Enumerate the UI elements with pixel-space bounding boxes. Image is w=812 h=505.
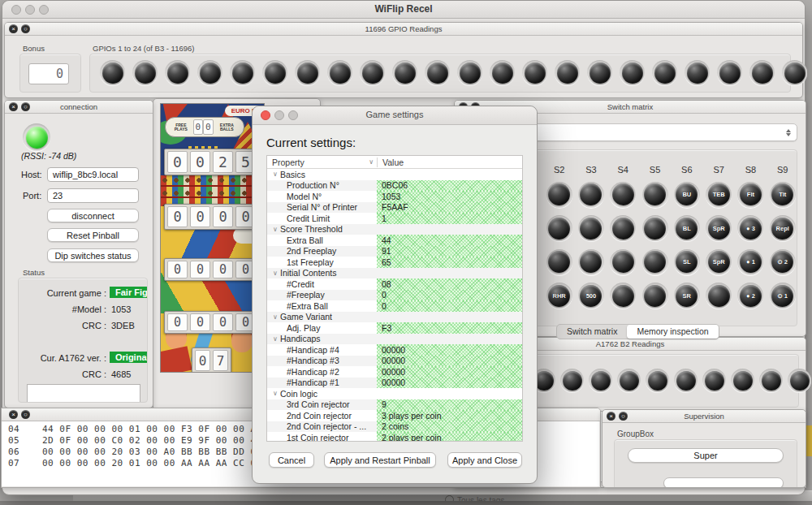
value-cell[interactable]: 00000 <box>377 344 522 356</box>
settings-item-row[interactable]: #Freeplay0 <box>267 290 522 301</box>
disconnect-button[interactable]: disconnect <box>47 209 139 222</box>
value-cell[interactable]: 65 <box>377 257 522 268</box>
switch-button[interactable]: RHR <box>548 285 570 307</box>
main-titlebar[interactable]: WiFlip Recel <box>2 1 805 19</box>
super-button[interactable]: Super <box>628 448 784 463</box>
settings-item-row[interactable]: 1st Freeplay65 <box>267 257 522 268</box>
value-cell[interactable]: 1053 <box>377 191 522 202</box>
settings-item-row[interactable]: Credit Limit1 <box>267 213 522 224</box>
value-cell[interactable]: 0 <box>377 300 522 312</box>
switch-button[interactable] <box>612 285 634 307</box>
settings-group-row[interactable]: ∨Handicaps <box>267 334 522 345</box>
switch-button[interactable]: SpR <box>708 218 730 240</box>
value-cell[interactable]: 3 plays per coin <box>377 410 522 421</box>
settings-item-row[interactable]: Production N°0BC06 <box>267 180 522 192</box>
tab-switch-matrix[interactable]: Switch matrix <box>557 325 627 339</box>
value-cell[interactable]: 91 <box>377 246 522 257</box>
switch-button[interactable] <box>708 285 730 307</box>
group-collapse-chevron-icon[interactable]: ∨ <box>270 313 280 321</box>
value-cell[interactable]: 00000 <box>377 378 522 389</box>
switch-button[interactable]: ⊙ 1 <box>771 285 793 307</box>
settings-item-row[interactable]: #Handicap #300000 <box>267 356 522 367</box>
apply-close-button[interactable]: Apply and Close <box>447 452 522 468</box>
settings-group-row[interactable]: ∨Initial Contents <box>267 268 522 279</box>
settings-item-row[interactable]: 1st Coin rejector2 plays per coin <box>267 432 522 442</box>
value-cell[interactable]: F3 <box>377 322 522 334</box>
value-cell[interactable]: 2 plays per coin <box>377 432 522 442</box>
group-collapse-chevron-icon[interactable]: ∨ <box>270 390 280 397</box>
switch-button[interactable] <box>580 251 602 273</box>
group-collapse-chevron-icon[interactable]: ∨ <box>270 270 280 277</box>
settings-group-row[interactable]: ∨Game Variant <box>267 312 522 323</box>
switch-button[interactable]: ● 2 <box>740 285 762 307</box>
group-collapse-chevron-icon[interactable]: ∨ <box>270 170 280 178</box>
value-cell[interactable]: 08 <box>377 278 522 290</box>
settings-item-row[interactable]: #Credit08 <box>267 278 522 290</box>
value-cell[interactable]: 0 <box>377 290 522 301</box>
settings-group-row[interactable]: ∨Score Threshold <box>267 224 522 235</box>
status-textbox[interactable] <box>27 384 140 403</box>
switch-button[interactable]: Repl <box>771 218 793 240</box>
supervision-titlebar[interactable]: × ○ Supervision <box>603 410 806 423</box>
settings-item-row[interactable]: 2nd Freeplay91 <box>267 246 522 257</box>
switch-button[interactable]: 500 <box>580 285 602 307</box>
settings-item-row[interactable]: #Handicap #400000 <box>267 344 522 356</box>
settings-item-row[interactable]: Extra Ball44 <box>267 235 522 246</box>
settings-item-row[interactable]: Model N°1053 <box>267 191 522 202</box>
settings-item-row[interactable]: #Extra Ball0 <box>267 300 522 312</box>
tab-memory-inspection[interactable]: Memory inspection <box>627 325 718 339</box>
switch-button[interactable] <box>548 183 570 205</box>
settings-group-row[interactable]: ∨Basics <box>267 169 522 180</box>
settings-item-row[interactable]: Serial N° of PrinterF5AAF <box>267 202 522 214</box>
switch-button[interactable]: SpR <box>708 251 730 273</box>
switch-button[interactable] <box>644 251 666 273</box>
switch-button[interactable] <box>612 218 634 240</box>
switch-button[interactable] <box>580 183 602 205</box>
value-cell[interactable]: 2 coins <box>377 421 522 433</box>
switch-button[interactable] <box>548 218 570 240</box>
settings-item-row[interactable]: 2nd Coin rejector - ...2 coins <box>267 421 522 433</box>
switch-button[interactable]: ● 3 <box>740 218 762 240</box>
switch-button[interactable]: TEB <box>708 183 730 205</box>
switch-button[interactable] <box>612 251 634 273</box>
switch-button[interactable] <box>644 285 666 307</box>
dialog-titlebar[interactable]: Game settings <box>253 106 537 125</box>
settings-item-row[interactable]: Adj. PlayF3 <box>267 322 522 334</box>
switch-button[interactable] <box>644 218 666 240</box>
group-collapse-chevron-icon[interactable]: ∨ <box>270 226 280 233</box>
settings-item-row[interactable]: 3rd Coin rejector9 <box>267 399 522 411</box>
switch-button[interactable]: Tlt <box>771 183 793 205</box>
switch-button[interactable] <box>580 218 602 240</box>
settings-item-row[interactable]: #Handicap #100000 <box>267 378 522 389</box>
switch-button[interactable]: ● 1 <box>740 251 762 273</box>
settings-item-row[interactable]: #Handicap #200000 <box>267 366 522 378</box>
close-icon[interactable]: × <box>9 410 18 419</box>
value-column-header[interactable]: Value <box>378 158 522 167</box>
value-cell[interactable]: 00000 <box>377 366 522 378</box>
gpio-titlebar[interactable]: × ○ 11696 GPIO Readings <box>5 23 802 36</box>
settings-group-row[interactable]: ∨Coin logic <box>267 388 522 399</box>
reset-pinball-button[interactable]: Reset Pinball <box>47 228 139 242</box>
connection-titlebar[interactable]: × ○ connection <box>5 101 153 114</box>
value-cell[interactable]: 00000 <box>377 356 522 367</box>
settings-item-row[interactable]: 2nd Coin rejector3 plays per coin <box>267 410 522 421</box>
switch-button[interactable] <box>644 183 666 205</box>
switch-button[interactable]: SR <box>676 285 698 307</box>
switch-button[interactable]: ⊙ 2 <box>771 251 793 273</box>
switch-button[interactable]: BL <box>676 218 698 240</box>
value-cell[interactable]: 44 <box>377 235 522 246</box>
dip-switches-button[interactable]: Dip switches status <box>47 248 139 262</box>
host-input[interactable]: wiflip_8bc9.local <box>47 167 139 182</box>
minimize-icon[interactable]: ○ <box>21 410 30 419</box>
switch-button[interactable]: BU <box>676 183 698 205</box>
apply-restart-button[interactable]: Apply and Restart Pinball <box>324 452 436 468</box>
switch-button[interactable]: Flt <box>740 183 762 205</box>
port-input[interactable]: 23 <box>47 188 139 203</box>
value-cell[interactable]: 0BC06 <box>377 180 522 192</box>
switch-button[interactable]: SL <box>676 251 698 273</box>
value-cell[interactable]: 1 <box>377 213 522 224</box>
value-cell[interactable]: 9 <box>377 399 522 411</box>
switch-button[interactable] <box>548 251 570 273</box>
value-cell[interactable]: F5AAF <box>377 202 522 214</box>
switch-button[interactable] <box>612 183 634 205</box>
